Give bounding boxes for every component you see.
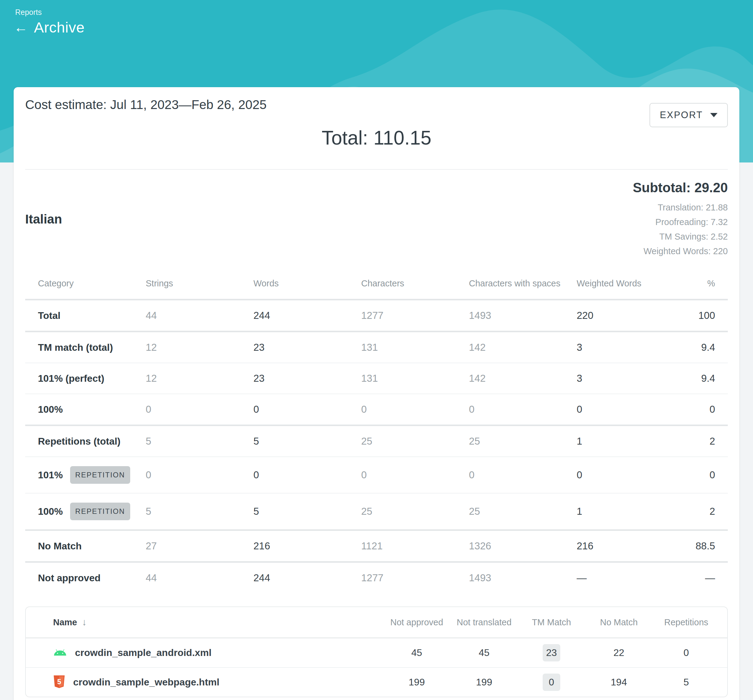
- export-button[interactable]: EXPORT: [650, 103, 728, 127]
- column-header-no-match[interactable]: No Match: [585, 608, 653, 637]
- category-table: Category Strings Words Characters Charac…: [25, 270, 728, 593]
- file-not-approved: 199: [383, 671, 451, 694]
- export-button-label: EXPORT: [660, 109, 703, 120]
- language-subtotal: Subtotal: 29.20: [633, 180, 728, 195]
- file-no-match: 194: [585, 671, 653, 694]
- file-not-approved: 45: [383, 641, 451, 664]
- subtotal-label: Subtotal:: [633, 180, 691, 195]
- column-header-tm-match[interactable]: TM Match: [518, 608, 585, 637]
- svg-text:5: 5: [58, 678, 61, 686]
- report-total-label: Total:: [322, 127, 368, 149]
- file-not-translated: 199: [451, 671, 518, 694]
- file-row-android-xml[interactable]: crowdin_sample_android.xml 45 45 23 22 0: [26, 638, 727, 667]
- subtotal-block: Subtotal: 29.20 Translation: 21.88 Proof…: [633, 180, 728, 258]
- column-header-category: Category: [38, 270, 146, 299]
- column-header-percent: %: [684, 270, 715, 299]
- file-not-translated: 45: [451, 641, 518, 664]
- file-no-match: 22: [585, 641, 653, 664]
- subtotal-value: 29.20: [694, 180, 728, 195]
- column-header-characters-with-spaces: Characters with spaces: [469, 270, 577, 299]
- category-label: 101% (perfect): [38, 372, 104, 384]
- file-tm-match: 23: [518, 638, 585, 667]
- table-row-no-match: No Match 27 216 1121 1326 216 88.5: [25, 529, 728, 561]
- category-table-header: Category Strings Words Characters Charac…: [25, 270, 728, 300]
- file-repetitions: 0: [653, 641, 720, 664]
- report-total: Total: 110.15: [25, 127, 728, 149]
- category-label: Repetitions (total): [38, 435, 120, 447]
- android-icon: [53, 649, 67, 657]
- table-row-100: 100% 0 0 0 0 0 0: [25, 394, 728, 425]
- tm-match-badge: 23: [543, 644, 560, 661]
- table-row-100-repetition: 100% REPETITION 5 5 25 25 1 2: [25, 493, 728, 529]
- language-name: Italian: [25, 212, 62, 227]
- subtotal-detail-weighted-words: Weighted Words: 220: [633, 244, 728, 258]
- files-table-header: Name ↓ Not approved Not translated TM Ma…: [26, 607, 727, 638]
- report-title: Cost estimate: Jul 11, 2023—Feb 26, 2025: [25, 97, 728, 112]
- category-label: No Match: [38, 540, 82, 552]
- page-title: Archive: [34, 19, 85, 36]
- repetition-badge: REPETITION: [70, 466, 130, 484]
- column-header-characters: Characters: [361, 270, 469, 299]
- column-header-name[interactable]: Name ↓: [53, 607, 383, 638]
- back-arrow-icon[interactable]: ←: [14, 20, 28, 34]
- category-label: 100%: [38, 505, 63, 517]
- subtotal-detail-translation: Translation: 21.88: [633, 200, 728, 215]
- table-row-not-approved: Not approved 44 244 1277 1493 — —: [25, 561, 728, 593]
- column-header-repetitions[interactable]: Repetitions: [653, 608, 720, 637]
- category-label: 100%: [38, 403, 63, 416]
- column-header-not-approved[interactable]: Not approved: [383, 608, 451, 637]
- file-name: crowdin_sample_android.xml: [75, 647, 212, 658]
- report-card: Cost estimate: Jul 11, 2023—Feb 26, 2025…: [14, 87, 739, 700]
- file-name: crowdin_sample_webpage.html: [73, 677, 220, 688]
- table-row-total: Total 44 244 1277 1493 220 100: [25, 300, 728, 331]
- table-row-tm-match-total: TM match (total) 12 23 131 142 3 9.4: [25, 331, 728, 362]
- html5-icon: 5: [53, 675, 65, 689]
- table-row-repetitions-total: Repetitions (total) 5 5 25 25 1 2: [25, 425, 728, 456]
- category-label: TM match (total): [38, 341, 113, 353]
- column-header-not-translated[interactable]: Not translated: [451, 608, 518, 637]
- report-card-header: Cost estimate: Jul 11, 2023—Feb 26, 2025…: [25, 97, 728, 112]
- table-row-101-repetition: 101% REPETITION 0 0 0 0 0 0: [25, 456, 728, 493]
- chevron-down-icon: [710, 113, 717, 117]
- repetition-badge: REPETITION: [70, 503, 130, 520]
- category-label: Not approved: [38, 572, 100, 584]
- file-row-webpage-html[interactable]: 5 crowdin_sample_webpage.html 199 199 0 …: [26, 667, 727, 697]
- file-repetitions: 5: [653, 671, 720, 694]
- column-header-strings: Strings: [146, 270, 253, 299]
- page-title-row: ← Archive: [14, 19, 85, 36]
- file-tm-match: 0: [518, 668, 585, 697]
- subtotal-detail-proofreading: Proofreading: 7.32: [633, 215, 728, 229]
- breadcrumb-reports[interactable]: Reports: [15, 8, 42, 17]
- category-label: Total: [38, 309, 61, 322]
- column-header-weighted-words: Weighted Words: [577, 270, 684, 299]
- column-header-words: Words: [253, 270, 361, 299]
- tm-match-badge: 0: [543, 673, 560, 691]
- sort-descending-icon: ↓: [82, 617, 87, 628]
- language-section: Italian Subtotal: 29.20 Translation: 21.…: [25, 170, 728, 264]
- report-total-value: 110.15: [373, 127, 431, 149]
- table-row-101-perfect: 101% (perfect) 12 23 131 142 3 9.4: [25, 362, 728, 394]
- files-table: Name ↓ Not approved Not translated TM Ma…: [25, 606, 728, 697]
- subtotal-detail-tm-savings: TM Savings: 2.52: [633, 229, 728, 244]
- category-label: 101%: [38, 469, 63, 481]
